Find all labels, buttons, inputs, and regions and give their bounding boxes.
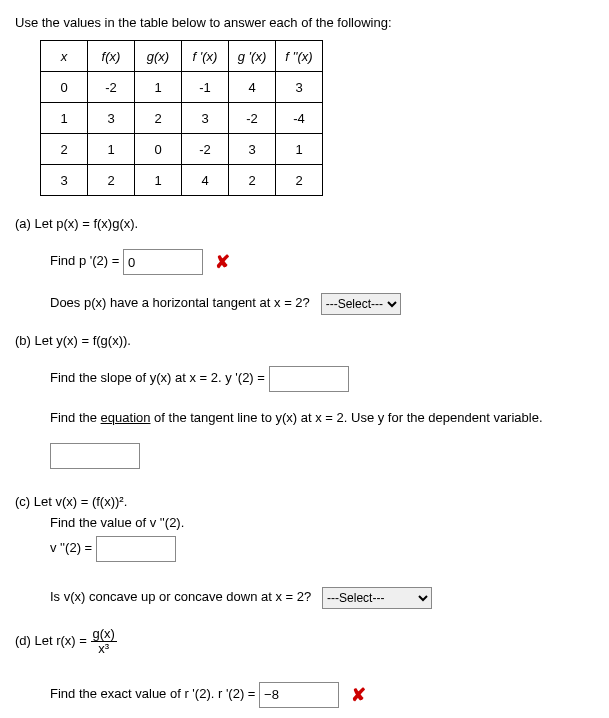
- cell: 1: [88, 134, 135, 165]
- b-slope-input[interactable]: [269, 366, 349, 392]
- b-eqn-input[interactable]: [50, 443, 140, 469]
- cell: 2: [276, 165, 323, 196]
- cell: 2: [88, 165, 135, 196]
- cell: 4: [182, 165, 229, 196]
- table-header-row: x f(x) g(x) f '(x) g '(x) f ''(x): [41, 41, 323, 72]
- part-b-label: (b) Let y(x) = f(g(x)).: [15, 333, 594, 348]
- cell: 3: [182, 103, 229, 134]
- cell: 1: [276, 134, 323, 165]
- th-gx: g(x): [135, 41, 182, 72]
- th-fx: f(x): [88, 41, 135, 72]
- th-fppx: f ''(x): [276, 41, 323, 72]
- c-vpp-input[interactable]: [96, 536, 176, 562]
- cell: 3: [88, 103, 135, 134]
- incorrect-icon: ✘: [351, 685, 366, 705]
- table-row: 1 3 2 3 -2 -4: [41, 103, 323, 134]
- th-fpx: f '(x): [182, 41, 229, 72]
- th-gpx: g '(x): [229, 41, 276, 72]
- d-find-label: Find the exact value of r '(2). r '(2) =: [50, 686, 259, 701]
- cell: -4: [276, 103, 323, 134]
- c-find-label: Find the value of v ''(2).: [50, 515, 184, 530]
- frac-den: x³: [91, 642, 117, 656]
- d-rprime-input[interactable]: [259, 682, 339, 708]
- cell: 3: [41, 165, 88, 196]
- cell: 1: [135, 165, 182, 196]
- cell: 1: [135, 72, 182, 103]
- b-eqn-label-2: of the tangent line to y(x) at x = 2. Us…: [150, 410, 542, 425]
- cell: 4: [229, 72, 276, 103]
- th-x: x: [41, 41, 88, 72]
- cell: 2: [135, 103, 182, 134]
- fraction: g(x) x³: [91, 627, 117, 657]
- c-vpp-label: v ''(2) =: [50, 540, 96, 555]
- intro-text: Use the values in the table below to ans…: [15, 15, 594, 30]
- c-concave-select[interactable]: ---Select---: [322, 587, 432, 609]
- cell: 2: [229, 165, 276, 196]
- a-pprime-input[interactable]: [123, 249, 203, 275]
- part-d-label: (d) Let r(x) = g(x) x³: [15, 627, 594, 657]
- cell: -2: [88, 72, 135, 103]
- cell: 3: [276, 72, 323, 103]
- part-c-label: (c) Let v(x) = (f(x))².: [15, 494, 594, 509]
- table-row: 0 -2 1 -1 4 3: [41, 72, 323, 103]
- b-eqn-label-1: Find the: [50, 410, 101, 425]
- table-row: 3 2 1 4 2 2: [41, 165, 323, 196]
- cell: -2: [182, 134, 229, 165]
- a-find-label: Find p '(2) =: [50, 253, 123, 268]
- incorrect-icon: ✘: [215, 252, 230, 272]
- cell: -1: [182, 72, 229, 103]
- cell: -2: [229, 103, 276, 134]
- cell: 0: [41, 72, 88, 103]
- a-tangent-select[interactable]: ---Select---: [321, 293, 401, 315]
- cell: 3: [229, 134, 276, 165]
- table-row: 2 1 0 -2 3 1: [41, 134, 323, 165]
- values-table: x f(x) g(x) f '(x) g '(x) f ''(x) 0 -2 1…: [40, 40, 323, 196]
- part-a-label: (a) Let p(x) = f(x)g(x).: [15, 216, 594, 231]
- c-concave-question: Is v(x) concave up or concave down at x …: [50, 589, 311, 604]
- cell: 1: [41, 103, 88, 134]
- a-tangent-question: Does p(x) have a horizontal tangent at x…: [50, 295, 310, 310]
- equation-link[interactable]: equation: [101, 410, 151, 425]
- cell: 2: [41, 134, 88, 165]
- b-slope-label: Find the slope of y(x) at x = 2. y '(2) …: [50, 370, 269, 385]
- cell: 0: [135, 134, 182, 165]
- frac-num: g(x): [91, 627, 117, 642]
